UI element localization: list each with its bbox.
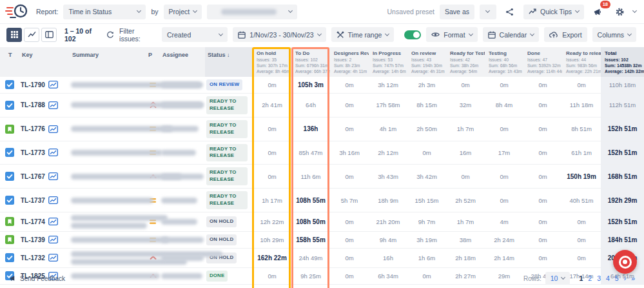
- quick-tips-button[interactable]: Quick Tips: [523, 5, 584, 19]
- column-header-on-review[interactable]: On reviewIssues: 43Sum: 194h 30mAverage:…: [407, 47, 446, 77]
- column-header-summary[interactable]: Summary: [70, 47, 146, 77]
- status-cell: READY TO RELEASE: [205, 118, 253, 141]
- issue-chart-icon[interactable]: [48, 125, 58, 133]
- issue-chart-icon[interactable]: [48, 101, 58, 109]
- issue-key-link[interactable]: TL-1737: [21, 197, 45, 204]
- column-header-status[interactable]: Status ↓: [205, 47, 253, 77]
- summary-cell: [70, 118, 146, 141]
- grid-view-button[interactable]: [6, 28, 22, 42]
- highlight-toggle[interactable]: [404, 30, 421, 39]
- calendar-button[interactable]: Calendar: [483, 27, 540, 42]
- column-header-to-do[interactable]: To DoIssues: 102Sum: 6796h 31mAverage: 6…: [291, 47, 330, 77]
- table-row: TL-1774ON HOLD12h 22m108h 50m0m21h 20m9h…: [0, 212, 644, 232]
- filter-issues-select[interactable]: Created: [162, 27, 228, 42]
- issue-key-link[interactable]: TL-1732: [21, 254, 45, 262]
- page-number-4[interactable]: 4: [606, 274, 610, 282]
- issue-chart-icon[interactable]: [48, 236, 58, 243]
- issue-chart-icon[interactable]: [48, 196, 58, 204]
- summary-cell: [70, 212, 146, 231]
- column-header-ready-for-testing[interactable]: Ready for TestingIssues: 42Sum: 38h 26mA…: [446, 47, 485, 77]
- issue-chart-icon[interactable]: [48, 149, 58, 156]
- chevron-down-icon: [530, 31, 534, 36]
- page-number-5[interactable]: 5: [615, 274, 619, 282]
- time-cell-testing: 2h 24m: [485, 232, 523, 248]
- issue-chart-icon[interactable]: [48, 254, 58, 262]
- column-header-priority[interactable]: P: [146, 47, 160, 77]
- issue-chart-icon[interactable]: [48, 218, 58, 225]
- column-header-ready-to-release[interactable]: Ready to releaseIssues: 44Sum: 983h 56mA…: [562, 47, 601, 77]
- project-select[interactable]: [207, 5, 297, 19]
- refresh-icon[interactable]: [106, 31, 114, 39]
- screen-recorder-widget[interactable]: [613, 250, 637, 274]
- column-header-done[interactable]: DoneIssues: 47Sum: 5392h 32mAverage: 114…: [523, 47, 562, 77]
- time-cell-ready-to-release: 8h 51m: [562, 118, 601, 141]
- report-type-select[interactable]: Time in Status: [63, 5, 146, 19]
- issue-chart-icon[interactable]: [48, 172, 58, 180]
- issue-key-link[interactable]: TL-1767: [21, 173, 45, 180]
- page-number-1[interactable]: 1: [579, 274, 583, 282]
- issue-type-cell: [0, 118, 19, 141]
- assignee-cell: [160, 141, 205, 165]
- column-header-assignee[interactable]: Assignee: [160, 47, 205, 77]
- time-cell-total: 192h 29m: [601, 189, 644, 212]
- column-header-type[interactable]: T: [0, 47, 19, 77]
- column-header-in-progress[interactable]: In ProgressIssues: 53Sum: 747h 57mAverag…: [369, 47, 407, 77]
- export-button[interactable]: Export: [544, 27, 587, 42]
- save-options-button[interactable]: [480, 5, 496, 19]
- column-header-designers-review[interactable]: Designers ReviewIssues: 2Sum: 8h 23mAver…: [330, 47, 369, 77]
- time-cell-on-hold: 10h 29m: [253, 232, 291, 248]
- table-row: TL-1788READY TO RELEASE2h 41m64h0m17h 58…: [0, 94, 644, 118]
- issue-chart-icon[interactable]: [48, 81, 58, 88]
- group-by-select[interactable]: Project: [164, 5, 202, 19]
- save-as-button[interactable]: Save as: [440, 5, 474, 19]
- time-cell-on-hold: 0m: [253, 141, 291, 165]
- issue-key-link[interactable]: TL-1773: [21, 149, 45, 156]
- time-cell-on-review: 3h 19m: [407, 232, 446, 248]
- column-header-on-hold[interactable]: On holdIssues: 35Sum: 307h 17mAverage: 8…: [253, 47, 291, 77]
- status-cell: READY TO RELEASE: [205, 189, 253, 212]
- page-number-2[interactable]: 2: [588, 274, 592, 282]
- table-body: TL-1790ON REVIEW0m105h 3m0m3h 12m2h 3m0m…: [0, 77, 644, 285]
- time-cell-total: 184h 51m: [601, 232, 644, 248]
- format-button[interactable]: Format: [426, 27, 477, 42]
- whats-new-button[interactable]: 18: [589, 5, 606, 19]
- column-header-testing[interactable]: TestingIssues: 40Sum: 68h 56mAverage: 1h…: [485, 47, 523, 77]
- next-page-button[interactable]: ›: [624, 274, 627, 282]
- columns-button[interactable]: Columns: [592, 27, 636, 42]
- time-cell-to-do: 136h: [291, 118, 330, 141]
- issue-key-link[interactable]: TL-1776: [21, 125, 45, 132]
- board-view-button[interactable]: [41, 28, 57, 42]
- settings-button[interactable]: [611, 5, 628, 19]
- issue-key-link[interactable]: TL-1790: [21, 81, 45, 88]
- assignee-redacted: [161, 174, 204, 180]
- time-cell-on-review: 3h 42m: [407, 165, 446, 188]
- chart-view-button[interactable]: [24, 28, 39, 42]
- send-feedback-button[interactable]: Send Feedback: [9, 274, 65, 282]
- summary-redacted: [71, 198, 153, 203]
- share-button[interactable]: [502, 5, 518, 19]
- time-cell-testing: 17m: [485, 141, 523, 165]
- summary-cell: [70, 94, 146, 117]
- date-range-select[interactable]: 1/Nov/23 - 30/Nov/23: [233, 27, 326, 42]
- time-cell-testing: 0m: [485, 165, 523, 188]
- issue-key-link[interactable]: TL-1788: [21, 101, 45, 108]
- table-row: TL-1790ON REVIEW0m105h 3m0m3h 12m2h 3m0m…: [0, 77, 644, 94]
- time-cell-ready-for-testing: 2h 52m: [446, 189, 485, 212]
- page-number-3[interactable]: 3: [597, 274, 601, 282]
- rows-per-page-select[interactable]: 10: [545, 272, 571, 285]
- table-row: TL-1737READY TO RELEASE1h 17m108h 55m5h …: [0, 189, 644, 212]
- issue-key-link[interactable]: TL-1739: [21, 236, 45, 243]
- issue-type-cell: [0, 165, 19, 188]
- time-cell-testing: 0m: [485, 189, 523, 212]
- assignee-cell: [160, 165, 205, 188]
- issue-key-link[interactable]: TL-1774: [21, 218, 45, 225]
- summary-cell: [70, 141, 146, 165]
- time-range-select[interactable]: Time range: [331, 27, 395, 42]
- time-cell-done: 0m: [523, 77, 562, 93]
- chevron-down-icon[interactable]: [632, 8, 637, 13]
- export-cloud-icon: [549, 31, 558, 38]
- column-header-total[interactable]: TotalIssues: 102Sum: 14538h 32mAverage: …: [601, 47, 644, 77]
- last-page-button[interactable]: »: [631, 274, 635, 282]
- column-header-key[interactable]: Key: [19, 47, 70, 77]
- time-cell-ready-to-release: 0m: [562, 212, 601, 231]
